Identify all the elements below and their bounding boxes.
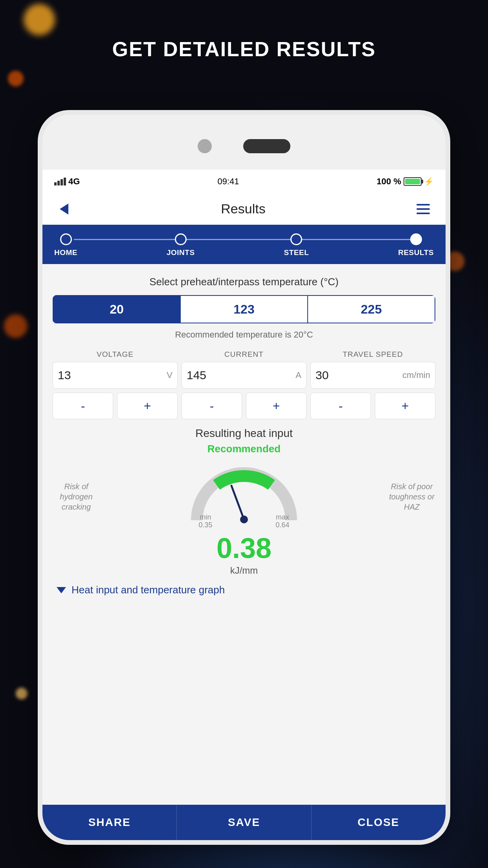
step-circle-joints-inner [178, 237, 183, 242]
current-group: CURRENT 145 A - + [182, 350, 306, 419]
collapse-row[interactable]: Heat input and temperature graph [53, 576, 435, 604]
phone-inner: 4G 09:41 100 % ⚡ Results [42, 115, 446, 840]
current-unit: A [295, 370, 301, 380]
charging-icon: ⚡ [424, 177, 434, 186]
page-title: GET DETAILED RESULTS [0, 37, 488, 61]
inputs-row: VOLTAGE 13 V - + CURRENT [53, 350, 435, 419]
voltage-group: VOLTAGE 13 V - + [53, 350, 178, 419]
step-home[interactable]: HOME [54, 233, 77, 257]
menu-line-1 [416, 204, 430, 206]
gauge-container: Risk of hydrogen cracking [53, 461, 435, 576]
phone-frame: 4G 09:41 100 % ⚡ Results [38, 110, 450, 845]
gauge-left-risk: Risk of hydrogen cracking [53, 481, 100, 512]
menu-button[interactable] [413, 200, 434, 218]
save-button[interactable]: SAVE [177, 805, 311, 840]
stepper-line [74, 239, 414, 240]
svg-point-1 [240, 516, 248, 523]
current-label: CURRENT [182, 350, 306, 359]
step-circle-steel [290, 233, 302, 245]
current-plus[interactable]: + [246, 393, 306, 419]
gauge-svg-wrap: min 0.35 max 0.64 [103, 461, 385, 532]
temp-btn-123[interactable]: 123 [181, 295, 308, 323]
signal-label: 4G [68, 176, 80, 187]
recommended-temp-text: Recommended temperature is 20°C [53, 330, 435, 340]
bar2 [57, 181, 60, 185]
travel-speed-unit: cm/min [402, 370, 430, 380]
svg-text:0.35: 0.35 [198, 521, 212, 529]
step-steel[interactable]: STEEL [284, 233, 309, 257]
travel-speed-group: TRAVEL SPEED 30 cm/min - + [310, 350, 435, 419]
current-minus[interactable]: - [182, 393, 242, 419]
step-circle-home-inner [64, 237, 68, 242]
menu-line-2 [416, 208, 430, 210]
heat-status-badge: Recommended [53, 443, 435, 455]
temperature-section-title: Select preheat/interpass temperature (°C… [53, 276, 435, 288]
step-label-steel: STEEL [284, 248, 309, 257]
voltage-stepper: - + [53, 393, 178, 419]
bottom-bar: SHARE SAVE CLOSE [42, 805, 446, 840]
step-label-results: RESULTS [398, 248, 434, 257]
back-arrow-icon [60, 204, 68, 215]
share-button[interactable]: SHARE [42, 805, 177, 840]
travel-speed-plus[interactable]: + [375, 393, 435, 419]
menu-line-3 [416, 213, 430, 214]
heat-input-title: Resulting heat input [53, 427, 435, 440]
step-results[interactable]: RESULTS [398, 233, 434, 257]
back-button[interactable] [54, 199, 74, 219]
gauge-row: Risk of hydrogen cracking [53, 461, 435, 532]
travel-speed-stepper: - + [310, 393, 435, 419]
svg-line-0 [231, 486, 244, 519]
bar4 [64, 178, 66, 185]
status-bar: 4G 09:41 100 % ⚡ [42, 170, 446, 193]
voltage-label: VOLTAGE [53, 350, 178, 359]
voltage-unit: V [167, 370, 172, 380]
collapse-label: Heat input and temperature graph [72, 584, 225, 596]
battery-percent: 100 % [377, 176, 401, 187]
bar1 [54, 182, 57, 185]
chevron-down-icon [57, 587, 66, 593]
status-time: 09:41 [217, 176, 239, 187]
travel-speed-minus[interactable]: - [310, 393, 371, 419]
voltage-input-container: 13 V [53, 362, 178, 389]
gauge-value: 0.38 [216, 532, 272, 564]
current-stepper: - + [182, 393, 306, 419]
svg-text:max: max [276, 513, 289, 521]
header-title: Results [221, 201, 265, 217]
status-battery: 100 % ⚡ [377, 176, 434, 187]
step-circle-home [60, 233, 72, 245]
step-label-home: HOME [54, 248, 77, 257]
battery-icon [404, 177, 422, 186]
heat-input-section: Resulting heat input Recommended Risk of… [53, 427, 435, 604]
travel-speed-input-container: 30 cm/min [310, 362, 435, 389]
gauge-right-risk: Risk of poor toughness or HAZ [388, 481, 435, 512]
close-button[interactable]: CLOSE [312, 805, 446, 840]
travel-speed-value: 30 [316, 369, 402, 382]
gauge-unit: kJ/mm [230, 565, 258, 576]
voltage-value: 13 [58, 369, 167, 382]
step-joints[interactable]: JOINTS [167, 233, 195, 257]
progress-stepper: HOME JOINTS STEEL RESULTS [42, 225, 446, 264]
voltage-minus[interactable]: - [53, 393, 113, 419]
gauge-svg: min 0.35 max 0.64 [185, 461, 303, 532]
app-header: Results [42, 193, 446, 225]
camera-area [42, 130, 446, 162]
voltage-plus[interactable]: + [117, 393, 178, 419]
temp-btn-20[interactable]: 20 [53, 295, 181, 323]
current-value: 145 [187, 369, 295, 382]
camera-pill [243, 139, 290, 153]
temp-btn-225[interactable]: 225 [308, 295, 435, 323]
battery-fill [405, 179, 420, 184]
step-label-joints: JOINTS [167, 248, 195, 257]
bar3 [61, 179, 63, 185]
svg-text:min: min [200, 513, 211, 521]
current-input-container: 145 A [182, 362, 306, 389]
signal-bars [54, 178, 66, 185]
svg-text:0.64: 0.64 [275, 521, 289, 529]
step-circle-results [410, 233, 422, 245]
status-signal: 4G [54, 176, 80, 187]
step-circle-steel-inner [294, 237, 299, 242]
travel-speed-label: TRAVEL SPEED [310, 350, 435, 359]
main-content: Select preheat/interpass temperature (°C… [42, 264, 446, 805]
camera-dot [198, 139, 212, 153]
step-circle-joints [175, 233, 187, 245]
